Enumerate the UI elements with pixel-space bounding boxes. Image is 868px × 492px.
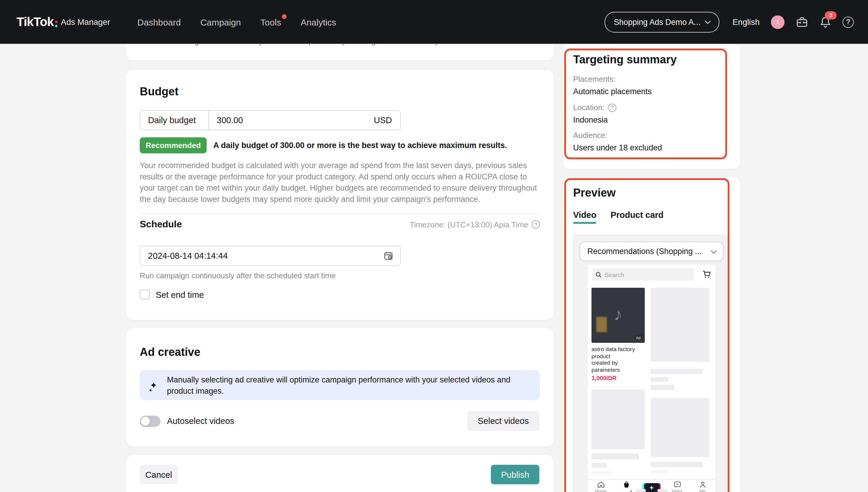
skeleton-block — [651, 398, 709, 457]
budget-description: Your recommended budget is calculated wi… — [140, 160, 541, 205]
avatar[interactable]: t — [771, 15, 785, 29]
budget-currency: USD — [374, 111, 400, 130]
targeting-item-location: Location: ? Indonesia — [573, 103, 715, 124]
timezone-text: Timezone: (UTC+13:00) Apia Time — [410, 220, 528, 229]
preview-tabs: Video Product card — [573, 210, 664, 224]
targeting-item-audience: Audience: Users under 18 excluded — [573, 131, 715, 152]
section-divider — [140, 213, 539, 214]
placements-label: Placements: — [573, 75, 616, 83]
skeleton-block — [651, 288, 709, 362]
timezone-label: Timezone: (UTC+13:00) Apia Time ? — [410, 220, 540, 229]
budget-amount-field[interactable]: 300.00 — [209, 111, 374, 130]
set-end-time-label: Set end time — [156, 290, 204, 299]
recommended-message: A daily budget of 300.00 or more is the … — [213, 141, 507, 150]
phone-tab-me: Me — [690, 479, 715, 492]
skeleton-bar — [592, 463, 607, 468]
targeting-summary-title: Targeting summary — [573, 53, 677, 66]
language-selector[interactable]: English — [733, 17, 760, 27]
budget-card: Budget Daily budget 300.00 USD Recommend… — [126, 70, 553, 320]
skeleton-bar — [592, 471, 613, 476]
tab-product-card[interactable]: Product card — [611, 210, 664, 224]
phone-search-input: Search — [592, 268, 694, 280]
nav-analytics[interactable]: Analytics — [301, 17, 336, 27]
search-icon — [596, 271, 601, 277]
phone-tabbar: Home Shop + — [588, 479, 715, 492]
schedule-title: Schedule — [140, 219, 182, 230]
daily-budget-input[interactable]: Daily budget 300.00 USD — [140, 110, 401, 130]
skeleton-bar — [651, 369, 703, 374]
skeleton-bar — [651, 377, 668, 382]
phone-tab-inbox: Inbox — [664, 479, 690, 492]
start-time-value: 2024-08-14 04:14:44 — [148, 251, 228, 261]
set-end-time-checkbox[interactable] — [140, 290, 150, 300]
top-navbar: TikTok Ads Manager Dashboard Campaign To… — [0, 0, 868, 44]
calendar-clock-icon[interactable] — [384, 251, 393, 261]
product-price: 1,000IDR — [592, 375, 645, 381]
daily-budget-label: Daily budget — [140, 111, 209, 130]
recommended-row: Recommended A daily budget of 300.00 or … — [140, 137, 507, 153]
skeleton-bar — [592, 453, 639, 460]
schedule-note: Run campaign continuously after the sche… — [140, 271, 336, 280]
notification-count-badge: 3 — [825, 11, 837, 19]
preview-panel: Recommendations (Shopping ... Search — [573, 235, 730, 492]
select-videos-button[interactable]: Select videos — [467, 411, 539, 431]
audience-label: Audience: — [573, 131, 607, 140]
product-video-thumbnail: ♪ Ad — [592, 288, 645, 343]
chevron-down-icon — [705, 18, 711, 24]
sparkle-icon: ✦✦ — [150, 381, 160, 390]
skeleton-block — [592, 390, 645, 449]
account-name: Shopping Ads Demo A... — [614, 18, 700, 26]
header-right-cluster: Shopping Ads Demo A... English t 3 — [604, 0, 854, 44]
account-selector[interactable]: Shopping Ads Demo A... — [604, 11, 719, 32]
recommended-badge: Recommended — [140, 137, 207, 153]
search-placeholder: Search — [604, 271, 624, 278]
start-time-input[interactable]: 2024-08-14 04:14:44 — [140, 246, 401, 266]
toolbox-icon[interactable] — [796, 16, 808, 28]
skeleton-bar — [651, 462, 703, 467]
preview-title: Preview — [573, 187, 616, 199]
audience-value: Users under 18 excluded — [573, 143, 715, 152]
help-icon[interactable]: ? — [843, 16, 854, 27]
nav-tools[interactable]: Tools — [261, 17, 281, 27]
autoselect-label: Autoselect videos — [167, 416, 234, 426]
location-help-icon[interactable]: ? — [608, 103, 616, 112]
set-end-time-row[interactable]: Set end time — [140, 290, 204, 300]
targeting-summary-card: Targeting summary Placements: Automatic … — [563, 44, 740, 169]
autoselect-toggle[interactable] — [140, 415, 160, 426]
budget-title: Budget — [140, 85, 178, 98]
skeleton-bar — [651, 470, 668, 475]
location-label: Location: — [573, 103, 604, 112]
placement-dropdown[interactable]: Recommendations (Shopping ... — [580, 242, 723, 261]
cancel-button[interactable]: Cancel — [140, 465, 178, 484]
skeleton-bar — [651, 385, 674, 390]
product-title: astro data factory product created by pa… — [592, 346, 645, 373]
notifications-bell-icon[interactable]: 3 — [819, 16, 831, 28]
nav-dashboard[interactable]: Dashboard — [138, 17, 181, 27]
ad-creative-banner: ✦✦ Manually selecting ad creative will o… — [140, 370, 540, 400]
chevron-down-icon — [711, 247, 717, 253]
preview-card: Preview Video Product card Recommendatio… — [563, 177, 740, 492]
timezone-help-icon[interactable]: ? — [532, 220, 540, 228]
tab-video[interactable]: Video — [573, 210, 596, 224]
location-value: Indonesia — [573, 116, 715, 124]
placements-value: Automatic placements — [573, 87, 715, 96]
targeting-item-placements: Placements: Automatic placements — [573, 75, 715, 96]
skeleton-bar — [657, 489, 668, 492]
logo-colon-icon — [55, 20, 57, 27]
phone-left-column: ♪ Ad astro data factory product created … — [592, 288, 645, 492]
publish-button[interactable]: Publish — [491, 465, 539, 484]
nav-campaign[interactable]: Campaign — [200, 17, 241, 27]
tiktok-watermark-icon: ♪ — [614, 304, 623, 324]
main-nav: Dashboard Campaign Tools Analytics — [138, 17, 336, 27]
notification-dot-icon — [282, 14, 287, 19]
tiktok-logo[interactable]: TikTok Ads Manager — [17, 15, 110, 29]
banner-text: Manually selecting ad creative will opti… — [167, 374, 529, 396]
schedule-header-row: Schedule Timezone: (UTC+13:00) Apia Time… — [140, 219, 540, 230]
page: will reflect total gross revenue for you… — [0, 0, 868, 492]
ad-label: Ad — [634, 335, 642, 340]
logo-wordmark: TikTok — [17, 15, 54, 29]
footer-actions-card: Cancel Publish — [126, 455, 553, 492]
phone-right-column — [651, 288, 709, 483]
tab-indicator — [616, 489, 630, 492]
cart-icon — [702, 270, 711, 279]
